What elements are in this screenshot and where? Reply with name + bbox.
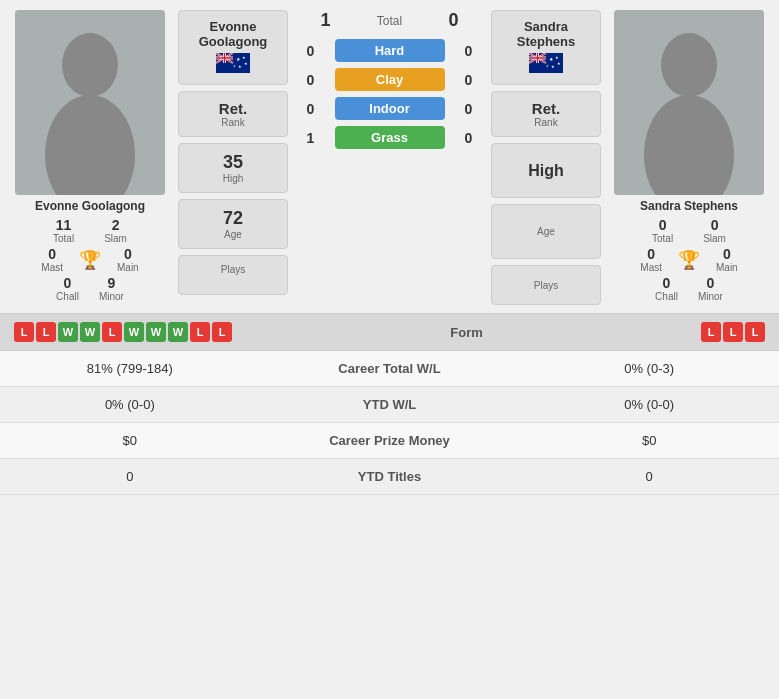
player2-name: Sandra Stephens: [640, 199, 738, 213]
player2-high-box: High: [491, 143, 601, 198]
player1-age-box: 72 Age: [178, 199, 288, 249]
player2-stats: 0 Total 0 Slam 0 Mast 🏆 0: [609, 217, 769, 302]
player1-plays-label: Plays: [221, 264, 245, 275]
player2-chall-value: 0: [663, 275, 671, 291]
player1-total-value: 11: [56, 217, 72, 233]
trophy2-icon: 🏆: [678, 249, 700, 271]
form-badge-l2: L: [36, 322, 56, 342]
player2-slam-label: Slam: [703, 233, 726, 244]
player1-main-value: 0: [124, 246, 132, 262]
player2-high-value: High: [528, 162, 564, 180]
player1-rank-value: Ret.: [219, 100, 247, 117]
hard-score1: 0: [301, 43, 321, 59]
career-wl-right: 0% (0-3): [519, 351, 779, 387]
svg-text:★: ★: [546, 64, 549, 68]
clay-score2: 0: [459, 72, 479, 88]
player1-mast-label: Mast: [41, 262, 63, 273]
form-badge-l5: L: [212, 322, 232, 342]
svg-point-1: [62, 33, 118, 97]
surface-hard: 0 Hard 0: [301, 39, 479, 62]
player1-name: Evonne Goolagong: [35, 199, 145, 213]
clay-btn: Clay: [335, 68, 445, 91]
form-center-label: Form: [450, 325, 483, 340]
ytd-wl-row: 0% (0-0) YTD W/L 0% (0-0): [0, 387, 779, 423]
indoor-score2: 0: [459, 101, 479, 117]
player1-slam-value: 2: [112, 217, 120, 233]
player1-age-label: Age: [224, 229, 242, 240]
hard-score2: 0: [459, 43, 479, 59]
form-badge-w3: W: [124, 322, 144, 342]
player1-info-col: EvonneGoolagong: [178, 10, 288, 305]
player1-stats: 11 Total 2 Slam 0 Mast 🏆 0: [10, 217, 170, 302]
ytd-titles-label: YTD Titles: [260, 459, 520, 495]
form-badge-w2: W: [80, 322, 100, 342]
surface-indoor: 0 Indoor 0: [301, 97, 479, 120]
svg-text:★: ★: [557, 61, 561, 66]
surface-clay: 0 Clay 0: [301, 68, 479, 91]
player2-minor-value: 0: [707, 275, 715, 291]
player1-rank-box: Ret. Rank: [178, 91, 288, 137]
career-wl-label: Career Total W/L: [260, 351, 520, 387]
player2-age-box: Age: [491, 204, 601, 259]
player2-photo-col: Sandra Stephens 0 Total 0 Slam 0: [609, 10, 769, 305]
form-badge-w5: W: [168, 322, 188, 342]
grass-score1: 1: [301, 130, 321, 146]
prize-money-label: Career Prize Money: [260, 423, 520, 459]
prize-money-left: $0: [0, 423, 260, 459]
player2-slam-value: 0: [711, 217, 719, 233]
ytd-wl-left: 0% (0-0): [0, 387, 260, 423]
form-badge-l1: L: [14, 322, 34, 342]
player2-plays-label: Plays: [534, 280, 558, 291]
player1-age-value: 72: [223, 208, 243, 229]
grass-score2: 0: [459, 130, 479, 146]
player1-flag: ★ ★ ★ ★ ★: [216, 53, 250, 76]
player2-plays-box: Plays: [491, 265, 601, 305]
player1-main-label: Main: [117, 262, 139, 273]
clay-score1: 0: [301, 72, 321, 88]
svg-text:★: ★: [555, 55, 559, 60]
form-badge-l4: L: [190, 322, 210, 342]
form-badge-w4: W: [146, 322, 166, 342]
player1-minor-label: Minor: [99, 291, 124, 302]
player2-main-label: Main: [716, 262, 738, 273]
player2-rank-label: Rank: [534, 117, 557, 128]
svg-text:★: ★: [233, 64, 236, 68]
player1-high-label: High: [223, 173, 244, 184]
center-scores: 1 Total 0 0 Hard 0 0 Clay 0 0 Indoor 0 1: [296, 10, 483, 305]
total-label: Total: [350, 14, 430, 28]
player1-display-name: EvonneGoolagong: [199, 19, 268, 49]
player1-total-label: Total: [53, 233, 74, 244]
form-badge-w1: W: [58, 322, 78, 342]
form2-badge-l1: L: [701, 322, 721, 342]
player2-form-badges: L L L: [701, 322, 765, 342]
player2-mast-value: 0: [647, 246, 655, 262]
surface-grass: 1 Grass 0: [301, 126, 479, 149]
player2-display-name: SandraStephens: [517, 19, 576, 49]
player1-photo: [15, 10, 165, 195]
player1-name-box: EvonneGoolagong: [178, 10, 288, 85]
player1-chall-label: Chall: [56, 291, 79, 302]
player1-plays-box: Plays: [178, 255, 288, 295]
total-row: 1 Total 0: [316, 10, 464, 31]
ytd-wl-right: 0% (0-0): [519, 387, 779, 423]
player2-total-value: 0: [659, 217, 667, 233]
player2-main-value: 0: [723, 246, 731, 262]
player2-minor-label: Minor: [698, 291, 723, 302]
player2-rank-value: Ret.: [532, 100, 560, 117]
svg-text:★: ★: [238, 64, 242, 69]
player2-mast-label: Mast: [640, 262, 662, 273]
career-wl-row: 81% (799-184) Career Total W/L 0% (0-3): [0, 351, 779, 387]
player1-chall-value: 0: [64, 275, 72, 291]
stats-table: 81% (799-184) Career Total W/L 0% (0-3) …: [0, 351, 779, 495]
grass-btn: Grass: [335, 126, 445, 149]
svg-text:★: ★: [244, 61, 248, 66]
prize-money-right: $0: [519, 423, 779, 459]
trophy1-icon: 🏆: [79, 249, 101, 271]
player1-mast-value: 0: [48, 246, 56, 262]
svg-text:★: ★: [551, 64, 555, 69]
player2-info-col: SandraStephens ★: [491, 10, 601, 305]
players-section: Evonne Goolagong 11 Total 2 Slam 0: [0, 0, 779, 305]
player1-rank-label: Rank: [221, 117, 244, 128]
ytd-titles-row: 0 YTD Titles 0: [0, 459, 779, 495]
total-score1: 1: [316, 10, 336, 31]
